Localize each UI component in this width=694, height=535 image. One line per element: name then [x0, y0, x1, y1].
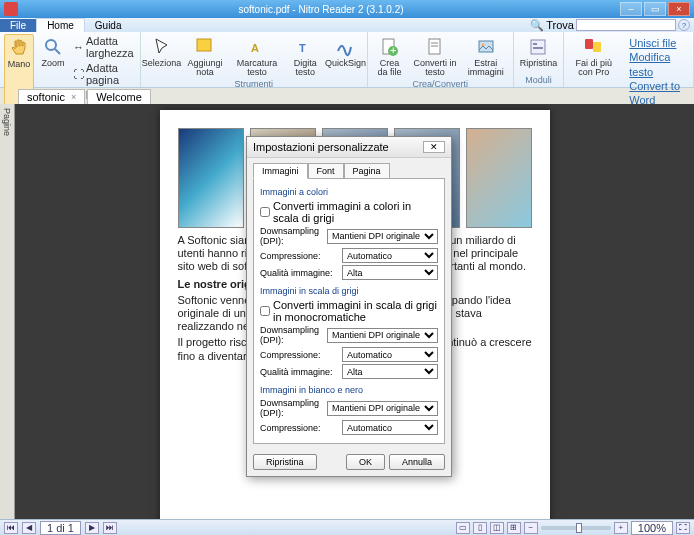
sel-compress-gray[interactable]: Automatico [342, 347, 438, 362]
svg-rect-16 [585, 39, 593, 49]
zoom-label: Zoom [41, 59, 64, 68]
nav-next-button[interactable]: ▶ [85, 522, 99, 534]
converti-testo-button[interactable]: Converti in testo [411, 34, 459, 79]
dlg-tab-pagina[interactable]: Pagina [344, 163, 390, 179]
group-strumenti: Strumenti [235, 79, 274, 89]
app-icon [4, 2, 18, 16]
annulla-button[interactable]: Annulla [389, 454, 445, 470]
digita-testo-button[interactable]: TDigita testo [286, 34, 324, 79]
svg-rect-17 [593, 42, 601, 52]
tab-home[interactable]: Home [36, 18, 85, 32]
svg-rect-14 [533, 43, 537, 45]
nav-last-button[interactable]: ⏭ [103, 522, 117, 534]
marcatura-testo-button[interactable]: AMarcatura testo [232, 34, 283, 79]
chk-color-to-gray[interactable] [260, 207, 270, 217]
view-mode-2[interactable]: ▯ [473, 522, 487, 534]
nav-first-button[interactable]: ⏮ [4, 522, 18, 534]
zoom-out-button[interactable]: − [524, 522, 538, 534]
tab-close-icon[interactable]: × [71, 92, 76, 102]
view-mode-1[interactable]: ▭ [456, 522, 470, 534]
section-color: Immagini a colori [260, 187, 438, 197]
sel-compress-bw[interactable]: Automatico [342, 420, 438, 435]
search-label: Trova [546, 19, 574, 31]
sign-icon [334, 36, 356, 58]
fit-page-icon: ⛶ [73, 68, 84, 80]
sel-downsampling-gray[interactable]: Mantieni DPI originale [327, 328, 438, 343]
nav-prev-button[interactable]: ◀ [22, 522, 36, 534]
minimize-button[interactable]: – [620, 2, 642, 16]
adatta-larghezza-button[interactable]: ↔Adatta larghezza [72, 34, 136, 60]
ripristina-button[interactable]: Ripristina [518, 34, 560, 75]
lbl-compress-bw: Compressione: [260, 423, 338, 433]
lbl-downsampling-color: Downsampling (DPI): [260, 226, 323, 246]
dlg-tab-immagini[interactable]: Immagini [253, 163, 308, 179]
window-title: softonic.pdf - Nitro Reader 2 (3.1.0.2) [22, 4, 620, 15]
svg-text:A: A [251, 42, 259, 54]
svg-rect-2 [197, 39, 211, 51]
search-input[interactable] [576, 19, 676, 31]
fai-di-piu-button[interactable]: Fai di più con Pro [568, 34, 619, 109]
doc-tab-softonic[interactable]: softonic× [18, 89, 85, 104]
svg-rect-15 [533, 47, 543, 49]
sel-downsampling-color[interactable]: Mantieni DPI originale [327, 229, 438, 244]
sel-compress-color[interactable]: Automatico [342, 248, 438, 263]
chk-gray-to-mono[interactable] [260, 306, 270, 316]
pro-icon [583, 36, 605, 58]
svg-text:+: + [390, 44, 396, 56]
sel-downsampling-bw[interactable]: Mantieni DPI originale [327, 401, 438, 416]
mano-label: Mano [8, 60, 31, 69]
note-icon [194, 36, 216, 58]
file-plus-icon: + [378, 36, 400, 58]
cursor-icon [151, 36, 173, 58]
seleziona-button[interactable]: Seleziona [145, 34, 179, 79]
close-button[interactable]: × [668, 2, 690, 16]
search-icon: 🔍 [530, 19, 544, 32]
side-pagine[interactable]: Pagine [0, 104, 15, 519]
link-modifica[interactable]: Modifica testo [629, 50, 683, 79]
zoom-icon [42, 36, 64, 58]
ripristina-button[interactable]: Ripristina [253, 454, 317, 470]
dlg-tab-font[interactable]: Font [308, 163, 344, 179]
view-mode-4[interactable]: ⊞ [507, 522, 521, 534]
dialog-title: Impostazioni personalizzate [253, 141, 389, 153]
zoom-value: 100% [631, 521, 673, 535]
doc-tab-welcome[interactable]: Welcome [87, 89, 151, 104]
group-crea: Crea/Converti [412, 79, 468, 89]
highlight-icon: A [246, 36, 268, 58]
file-text-icon [424, 36, 446, 58]
fullscreen-button[interactable]: ⛶ [676, 522, 690, 534]
page-number: 1 di 1 [40, 521, 81, 535]
estrai-immagini-button[interactable]: Estrai immagini [463, 34, 509, 79]
link-unisci[interactable]: Unisci file [629, 36, 683, 50]
svg-line-1 [55, 49, 60, 54]
svg-rect-11 [479, 41, 493, 52]
lbl-downsampling-bw: Downsampling (DPI): [260, 398, 323, 418]
photo-5 [466, 128, 532, 228]
maximize-button[interactable]: ▭ [644, 2, 666, 16]
image-icon [475, 36, 497, 58]
group-moduli: Moduli [525, 75, 552, 85]
section-gray: Immagini in scala di grigi [260, 286, 438, 296]
file-menu[interactable]: File [0, 19, 36, 32]
tab-guida[interactable]: Guida [85, 19, 132, 32]
dialog-close-button[interactable]: ✕ [423, 141, 445, 153]
lbl-compress-gray: Compressione: [260, 350, 338, 360]
crea-da-file-button[interactable]: +Crea da file [372, 34, 407, 79]
section-bw: Immagini in bianco e nero [260, 385, 438, 395]
fit-width-icon: ↔ [73, 41, 84, 53]
settings-dialog: Impostazioni personalizzate ✕ Immagini F… [246, 136, 452, 477]
quicksign-button[interactable]: QuickSign [328, 34, 363, 79]
lbl-quality-gray: Qualità immagine: [260, 367, 338, 377]
zoom-slider[interactable] [541, 526, 611, 530]
view-mode-3[interactable]: ◫ [490, 522, 504, 534]
svg-point-0 [46, 40, 56, 50]
lbl-quality-color: Qualità immagine: [260, 268, 338, 278]
sel-quality-color[interactable]: Alta [342, 265, 438, 280]
lbl-compress-color: Compressione: [260, 251, 338, 261]
adatta-pagina-button[interactable]: ⛶Adatta pagina [72, 61, 136, 87]
sel-quality-gray[interactable]: Alta [342, 364, 438, 379]
ok-button[interactable]: OK [346, 454, 385, 470]
aggiungi-nota-button[interactable]: Aggiungi nota [182, 34, 227, 79]
zoom-in-button[interactable]: + [614, 522, 628, 534]
help-icon[interactable]: ? [678, 19, 690, 31]
